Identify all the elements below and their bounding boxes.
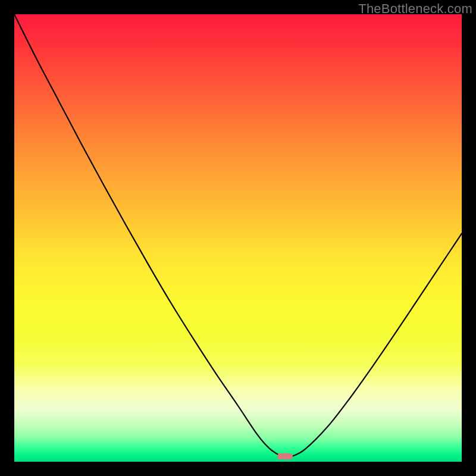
- plot-area: [14, 14, 462, 462]
- chart-svg: [14, 14, 462, 462]
- bottleneck-curve: [14, 14, 462, 457]
- chart-container: TheBottleneck.com: [0, 0, 476, 476]
- optimum-marker: [277, 453, 293, 460]
